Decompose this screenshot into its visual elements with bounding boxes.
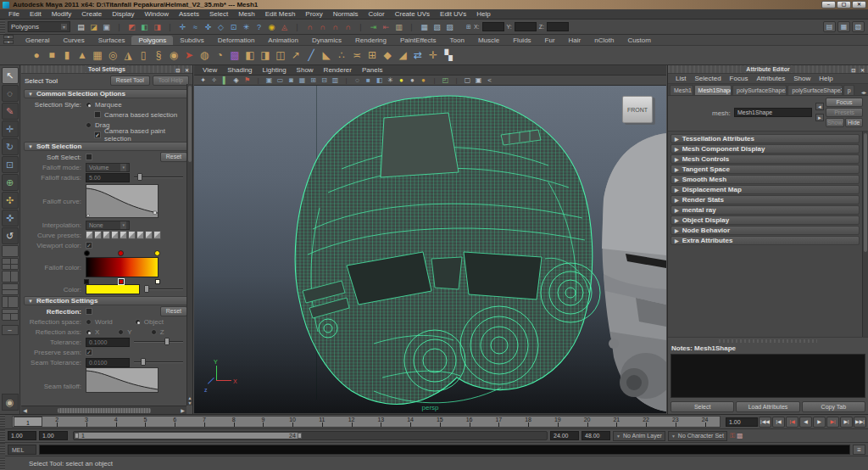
status-line-grip[interactable]: [0, 20, 5, 34]
status-icon[interactable]: ✛: [176, 21, 189, 33]
load-attributes-button[interactable]: Load Attributes: [736, 401, 799, 412]
attribute-editor-menu-item[interactable]: Show: [789, 75, 815, 82]
attribute-section-header[interactable]: ▶ Mesh Component Display: [670, 144, 860, 154]
frame-tick[interactable]: 20: [572, 417, 602, 427]
reflection-axis-z-radio[interactable]: [151, 329, 157, 335]
status-icon[interactable]: ▤: [75, 21, 87, 33]
select-button[interactable]: Select: [670, 401, 734, 412]
status-icon[interactable]: ◧: [138, 21, 151, 33]
ramp-key-red[interactable]: [118, 250, 124, 256]
viewport-menu-item[interactable]: Renderer: [319, 66, 357, 74]
viewport-toolbar-icon[interactable]: ●: [418, 76, 429, 85]
status-icon[interactable]: |: [113, 21, 125, 33]
shelf-icon[interactable]: ●: [29, 48, 44, 63]
toolbox-tool[interactable]: ✜: [2, 210, 19, 227]
sidebar-toggle-icon[interactable]: ▧: [852, 21, 865, 32]
notes-textarea[interactable]: [670, 354, 865, 398]
pin-node-icon[interactable]: ◄: [815, 103, 824, 110]
shelf-tab[interactable]: Deformation: [211, 36, 262, 45]
toolbox-tool[interactable]: ✣: [2, 192, 19, 209]
viewport-toolbar-icon[interactable]: <: [484, 76, 495, 85]
status-icon[interactable]: ◇: [214, 21, 227, 33]
playback-button[interactable]: ◀: [799, 417, 812, 428]
status-icon[interactable]: ✳: [240, 21, 253, 33]
transform-entry-icon[interactable]: ⊞: [466, 24, 471, 31]
shelf-tab[interactable]: PaintEffects: [393, 36, 443, 45]
falloff-color-ramp[interactable]: [86, 257, 159, 277]
frame-tick[interactable]: 21: [602, 417, 632, 427]
curve-preset-button[interactable]: [120, 231, 127, 239]
menu-item[interactable]: Edit UVs: [435, 10, 471, 18]
command-language-label[interactable]: MEL: [8, 445, 36, 455]
shelf-icon[interactable]: ▲: [75, 48, 90, 63]
frame-tick[interactable]: 6: [160, 417, 190, 427]
shelf-tab[interactable]: Rendering: [348, 36, 393, 45]
viewport-toolbar-icon[interactable]: |: [341, 76, 352, 85]
attribute-section-header[interactable]: ▶ Tangent Space: [670, 165, 860, 174]
frame-tick[interactable]: 4: [101, 417, 131, 427]
viewport-toolbar-icon[interactable]: ●: [396, 76, 407, 85]
view-cube[interactable]: FRONT: [622, 96, 653, 123]
tool-settings-horizontal-scrollbar[interactable]: ◀ ▶: [21, 406, 186, 414]
status-icon[interactable]: |: [164, 21, 176, 33]
playback-button[interactable]: |◀: [786, 417, 798, 428]
current-time-field[interactable]: 1.00: [726, 417, 758, 427]
shelf-icon[interactable]: ✛: [426, 48, 441, 63]
shelf-icon[interactable]: ◔: [212, 48, 227, 63]
viewport-menu-item[interactable]: Lighting: [258, 66, 292, 74]
menu-item[interactable]: Color: [364, 10, 390, 18]
status-icon[interactable]: ▦: [418, 21, 431, 33]
status-icon[interactable]: ▧: [431, 21, 443, 33]
reflection-axis-y-radio[interactable]: [118, 329, 124, 335]
shelf-icon[interactable]: ⊞: [364, 48, 380, 63]
shelf-icon[interactable]: ▯: [136, 48, 151, 63]
frame-tick[interactable]: 15: [426, 417, 455, 427]
animation-start-field[interactable]: 1.00: [8, 431, 36, 440]
shelf-icon[interactable]: ◣: [319, 48, 334, 63]
status-icon[interactable]: ◪: [87, 21, 100, 33]
curve-preset-button[interactable]: [94, 231, 102, 239]
command-input[interactable]: [39, 445, 850, 455]
menu-item[interactable]: Select: [204, 10, 233, 18]
scroll-right-icon[interactable]: ▶: [179, 407, 186, 413]
shelf-tab[interactable]: Fluids: [506, 36, 537, 45]
shelf-menu-buttons[interactable]: ▾▾: [3, 35, 14, 44]
status-icon[interactable]: ▥: [392, 21, 405, 33]
layout-hypergraph-button[interactable]: [2, 309, 19, 321]
shelf-icon[interactable]: ◧: [242, 48, 258, 63]
status-icon[interactable]: ◉: [265, 21, 278, 33]
shelf-tab[interactable]: Polygons: [131, 36, 173, 45]
falloff-radius-slider[interactable]: [134, 176, 183, 178]
toolbox-tool[interactable]: ⊕: [2, 174, 19, 191]
shelf-tab[interactable]: Dynamics: [305, 36, 348, 45]
playback-button[interactable]: |◀◀: [759, 417, 771, 428]
layout-four-pane-button[interactable]: [2, 258, 19, 270]
panel-window-icons[interactable]: ⊡ ✕: [851, 66, 866, 75]
x-coordinate-field[interactable]: [482, 22, 504, 31]
next-node-icon[interactable]: ►: [815, 114, 824, 121]
curve-preset-button[interactable]: [136, 231, 144, 239]
viewport-toolbar-icon[interactable]: ⊞: [308, 76, 319, 85]
attribute-editor-tab[interactable]: polySurfaceShape21: [787, 85, 842, 95]
playback-button[interactable]: |◀: [772, 417, 785, 428]
shelf-tab[interactable]: Fur: [538, 36, 562, 45]
menu-item[interactable]: Assets: [174, 10, 204, 18]
shelf-icon[interactable]: ◫: [273, 48, 288, 63]
tolerance-slider[interactable]: [134, 341, 183, 343]
window-button[interactable]: –: [821, 1, 836, 8]
viewport-toolbar-icon[interactable]: ✧: [209, 76, 220, 85]
shelf-icon[interactable]: ╱: [303, 48, 319, 63]
viewport-toolbar-icon[interactable]: ⊟: [319, 76, 330, 85]
viewport-toolbar-icon[interactable]: |: [253, 76, 264, 85]
range-groove[interactable]: 1 24: [73, 431, 548, 440]
sidebar-toggle-icon[interactable]: ▤: [823, 21, 836, 32]
toolbox-tool[interactable]: ✛: [2, 120, 19, 137]
z-coordinate-field[interactable]: [547, 22, 569, 31]
frame-tick[interactable]: 13: [366, 417, 396, 427]
shelf-icon[interactable]: ◆: [380, 48, 395, 63]
presets-button[interactable]: Presets: [826, 108, 863, 117]
seam-tolerance-field[interactable]: 0.0100: [86, 358, 130, 367]
attribute-section-header[interactable]: ▶ Mesh Controls: [670, 154, 860, 164]
viewport-toolbar-icon[interactable]: ▌: [220, 76, 231, 85]
layout-persp-outliner-button[interactable]: [2, 296, 19, 308]
